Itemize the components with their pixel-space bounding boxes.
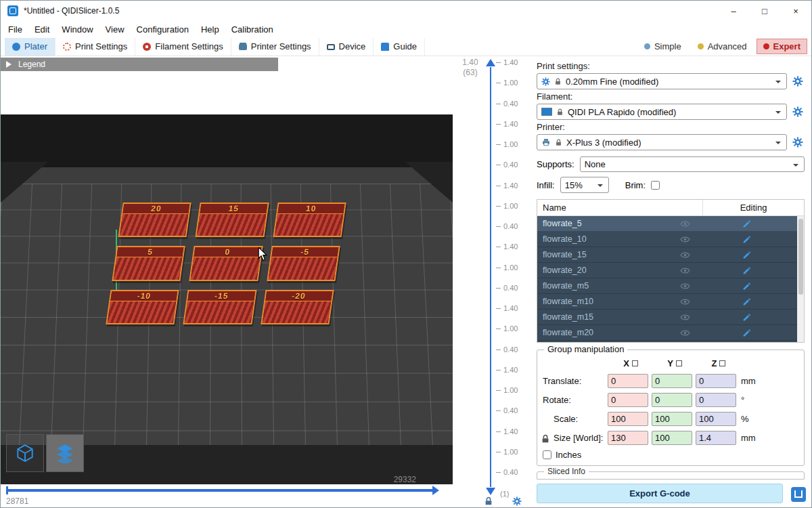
infill-combo[interactable]: 15% (560, 177, 609, 193)
inches-checkbox[interactable] (543, 450, 551, 459)
tab[interactable]: Printer Settings (231, 38, 319, 56)
x-value-field[interactable] (608, 412, 648, 426)
flowrate-object-body (120, 214, 189, 236)
tick-mark (496, 186, 501, 186)
scrollbar-thumb[interactable] (798, 219, 803, 295)
edit-object-icon[interactable] (696, 329, 797, 337)
menu-item[interactable]: Help (195, 23, 225, 36)
visibility-eye-icon[interactable] (674, 236, 696, 243)
flowrate-test-object[interactable]: -5 (267, 246, 340, 280)
z-value-field[interactable] (696, 431, 736, 445)
infill-label: Infill: (537, 180, 555, 190)
object-list-row[interactable]: flowrate_20 (537, 263, 797, 278)
y-value-field[interactable] (652, 393, 692, 407)
tab[interactable]: Guide (374, 38, 425, 56)
flowrate-test-object[interactable]: 5 (112, 246, 185, 280)
flowrate-test-object[interactable]: -15 (183, 290, 257, 324)
printer-combo[interactable]: X-Plus 3 (modified) (537, 134, 787, 150)
one-layer-lock-icon[interactable] (484, 496, 493, 506)
close-button[interactable]: × (780, 1, 811, 21)
device-monitor-icon (327, 44, 335, 50)
slider-settings-gear-icon[interactable] (512, 496, 522, 506)
visibility-eye-icon[interactable] (674, 298, 696, 305)
visibility-eye-icon[interactable] (674, 314, 696, 321)
axis-header: X (610, 358, 651, 368)
print-settings-combo[interactable]: 0.20mm Fine (modified) (537, 73, 787, 89)
3d-view-button[interactable] (6, 434, 44, 472)
menu-item[interactable]: View (99, 23, 131, 36)
legend-bar[interactable]: Legend (1, 58, 278, 71)
3d-viewport[interactable]: Legend 20 15 10 5 (1, 56, 455, 507)
filament-combo[interactable]: QIDI PLA Rapido (modified) (537, 104, 787, 120)
menu-item[interactable]: Calibration (225, 23, 279, 36)
flowrate-test-object[interactable]: 0 (189, 246, 263, 280)
send-to-device-icon[interactable] (791, 487, 806, 502)
object-list-scrollbar[interactable] (797, 216, 804, 342)
edit-object-icon[interactable] (696, 282, 797, 291)
edit-object-icon[interactable] (696, 235, 797, 244)
object-list-row[interactable]: flowrate_15 (537, 247, 797, 263)
y-value-field[interactable] (652, 431, 692, 445)
tab[interactable]: Print Settings (55, 38, 135, 56)
visibility-eye-icon[interactable] (674, 282, 696, 290)
y-value-field[interactable] (652, 374, 692, 388)
menu-item[interactable]: File (2, 23, 28, 36)
export-gcode-button[interactable]: Export G-code (537, 484, 783, 503)
layer-tick: 0.40 (496, 469, 528, 476)
filament-edit-gear-icon[interactable] (791, 105, 805, 119)
layers-preview-button[interactable] (46, 434, 84, 472)
object-list-row[interactable]: flowrate_m20 (537, 325, 797, 341)
y-value-field[interactable] (652, 412, 692, 426)
tab[interactable]: Filament Settings (135, 38, 231, 56)
layer-slider-track[interactable] (490, 67, 491, 487)
z-value-field[interactable] (696, 412, 736, 426)
object-list-row[interactable]: flowrate_5 (537, 216, 797, 232)
object-list-row[interactable]: flowrate_m10 (537, 294, 797, 310)
visibility-eye-icon[interactable] (674, 267, 696, 274)
supports-combo[interactable]: None (580, 156, 805, 172)
mouse-cursor (258, 247, 267, 261)
layer-tick: 1.40 (496, 121, 528, 128)
flowrate-value-label: 15 (200, 204, 267, 214)
maximize-button[interactable]: □ (749, 1, 780, 21)
mode-button[interactable]: Advanced (691, 39, 754, 54)
edit-object-icon[interactable] (696, 297, 797, 306)
flowrate-test-object[interactable]: 15 (196, 203, 269, 237)
edit-object-icon[interactable] (696, 251, 797, 259)
flowrate-test-object[interactable]: 10 (273, 203, 346, 237)
tab[interactable]: Plater (5, 38, 55, 56)
menu-item[interactable]: Edit (28, 23, 55, 36)
visibility-eye-icon[interactable] (674, 251, 696, 259)
object-name: flowrate_m5 (537, 281, 674, 291)
mode-button[interactable]: Simple (637, 39, 688, 54)
app-logo-icon (7, 5, 18, 16)
x-value-field[interactable] (608, 374, 648, 388)
minimize-button[interactable]: – (718, 1, 749, 21)
visibility-eye-icon[interactable] (674, 220, 696, 228)
edit-object-icon[interactable] (696, 266, 797, 275)
visibility-eye-icon[interactable] (674, 329, 696, 337)
uniform-scale-lock-icon[interactable] (541, 434, 550, 444)
mode-button[interactable]: Expert (757, 39, 807, 54)
x-value-field[interactable] (608, 393, 648, 407)
layer-tick: 1.00 (496, 79, 528, 87)
edit-object-icon[interactable] (696, 219, 797, 228)
edit-object-icon[interactable] (696, 313, 797, 322)
printer-edit-gear-icon[interactable] (791, 135, 805, 149)
z-value-field[interactable] (696, 374, 736, 388)
horizontal-move-slider[interactable] (6, 489, 432, 492)
flowrate-test-object[interactable]: 20 (118, 203, 191, 237)
object-list-row[interactable]: flowrate_10 (537, 232, 797, 247)
object-list-row[interactable]: flowrate_m15 (537, 310, 797, 325)
menu-item[interactable]: Window (55, 23, 99, 36)
build-plate-scene[interactable]: 20 15 10 5 0 -5 -10 (1, 114, 453, 484)
brim-checkbox[interactable] (651, 181, 660, 190)
tab[interactable]: Device (319, 38, 374, 56)
menu-item[interactable]: Configuration (131, 23, 195, 36)
object-list-row[interactable]: flowrate_m5 (537, 278, 797, 294)
print-settings-edit-gear-icon[interactable] (791, 75, 805, 88)
z-value-field[interactable] (696, 393, 736, 407)
flowrate-test-object[interactable]: -10 (106, 290, 179, 324)
flowrate-test-object[interactable]: -20 (261, 290, 334, 324)
x-value-field[interactable] (608, 431, 648, 445)
